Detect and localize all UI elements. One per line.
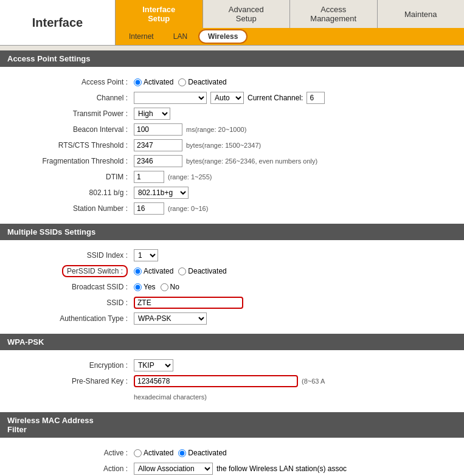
tab-access-management[interactable]: Access Management (290, 0, 378, 28)
row-perssid: PerSSID Switch : Activated Deactivated (0, 263, 464, 279)
broadcast-yes-label[interactable]: Yes (134, 283, 156, 291)
access-point-activated-label[interactable]: Activated (134, 78, 173, 86)
current-channel-input[interactable] (306, 92, 325, 104)
active-deactivated-radio[interactable] (178, 449, 186, 457)
perssid-deactivated-radio[interactable] (178, 267, 186, 275)
dot11-select[interactable]: 802.11b+g (134, 187, 189, 199)
encryption-label: Encryption : (6, 361, 134, 370)
frag-value: bytes(range: 256~2346, even numbers only… (134, 155, 458, 167)
perssid-activated-radio[interactable] (134, 267, 142, 275)
ssid-input[interactable] (134, 297, 243, 309)
station-label: Station Number : (6, 204, 134, 213)
logo: Interface (0, 0, 116, 45)
sub-tabs: Internet LAN Wireless (116, 28, 464, 45)
row-channel: Channel : Auto Current Channel: (0, 90, 464, 106)
row-encryption: Encryption : TKIP (0, 357, 464, 373)
rts-value: bytes(range: 1500~2347) (134, 139, 458, 151)
access-point-deactivated-label[interactable]: Deactivated (178, 78, 226, 86)
broadcast-no-label[interactable]: No (161, 283, 179, 291)
multiple-ssid-section: Multiple SSIDs Settings SSID Index : 1 P… (0, 224, 464, 334)
auth-type-select[interactable]: WPA-PSK (134, 312, 207, 325)
channel-label: Channel : (6, 94, 134, 102)
row-active: Active : Activated Deactivated (0, 445, 464, 461)
preshared-note-value: hexadecimal characters) (134, 393, 458, 401)
active-radio-group: Activated Deactivated (134, 449, 227, 457)
rts-label: RTS/CTS Threshold : (6, 141, 134, 150)
channel-select[interactable] (134, 92, 207, 104)
station-value: (range: 0~16) (134, 202, 458, 215)
frag-range: bytes(range: 256~2346, even numbers only… (186, 157, 317, 165)
ssid-label: SSID : (6, 298, 134, 307)
perssid-deactivated-label[interactable]: Deactivated (178, 267, 226, 275)
subtab-internet[interactable]: Internet (120, 30, 162, 43)
frag-input[interactable] (134, 155, 182, 167)
transmit-power-value: High (134, 108, 458, 120)
perssid-label-container: PerSSID Switch : (6, 265, 134, 277)
preshared-note: hexadecimal characters) (134, 393, 207, 401)
beacon-interval-range: ms(range: 20~1000) (186, 126, 246, 133)
mac-filter-section: Wireless MAC Address Filter Active : Act… (0, 412, 464, 476)
row-preshared: Pre-Shared Key : (8~63 A (0, 373, 464, 389)
transmit-power-label: Transmit Power : (6, 109, 134, 118)
row-broadcast-ssid: Broadcast SSID : Yes No (0, 279, 464, 295)
ssid-index-select[interactable]: 1 (134, 249, 158, 261)
transmit-power-select[interactable]: High (134, 108, 170, 120)
ssid-index-value: 1 (134, 249, 458, 261)
access-point-radio-group: Activated Deactivated (134, 78, 227, 86)
encryption-select[interactable]: TKIP (134, 359, 173, 371)
access-point-section: Access Point Settings Access Point : Act… (0, 50, 464, 224)
access-point-value: Activated Deactivated (134, 78, 458, 86)
tab-maintenance[interactable]: Maintena (378, 0, 465, 28)
access-point-deactivated-radio[interactable] (178, 78, 186, 86)
header: Interface Interface Setup Advanced Setup… (0, 0, 464, 46)
action-value: Allow Association the follow Wireless LA… (134, 463, 458, 475)
station-range: (range: 0~16) (168, 205, 208, 212)
wpa-psk-header: WPA-PSK (0, 334, 464, 350)
rts-input[interactable] (134, 139, 182, 151)
dtim-value: (range: 1~255) (134, 171, 458, 183)
auth-type-value: WPA-PSK (134, 312, 458, 325)
broadcast-yes-radio[interactable] (134, 283, 142, 291)
subtab-wireless[interactable]: Wireless (198, 29, 248, 44)
beacon-interval-label: Beacon Interval : (6, 125, 134, 134)
row-preshared-note: hexadecimal characters) (0, 389, 464, 405)
preshared-input[interactable] (134, 375, 298, 387)
perssid-activated-label[interactable]: Activated (134, 267, 173, 275)
active-activated-label[interactable]: Activated (134, 449, 173, 457)
row-transmit-power: Transmit Power : High (0, 106, 464, 122)
main-content: Access Point Settings Access Point : Act… (0, 46, 464, 476)
dtim-input[interactable] (134, 171, 164, 183)
station-input[interactable] (134, 202, 164, 215)
row-auth-type: Authentication Type : WPA-PSK (0, 311, 464, 326)
preshared-label: Pre-Shared Key : (6, 377, 134, 385)
header-nav: Interface Setup Advanced Setup Access Ma… (116, 0, 464, 45)
row-frag: Fragmentation Threshold : bytes(range: 2… (0, 153, 464, 169)
beacon-interval-value: ms(range: 20~1000) (134, 123, 458, 136)
broadcast-no-radio[interactable] (161, 283, 168, 291)
broadcast-ssid-radio-group: Yes No (134, 283, 179, 291)
active-deactivated-label[interactable]: Deactivated (178, 449, 226, 457)
active-activated-radio[interactable] (134, 449, 142, 457)
row-dot11: 802.11 b/g : 802.11b+g (0, 185, 464, 201)
current-channel-label: Current Channel: (248, 94, 303, 102)
row-dtim: DTIM : (range: 1~255) (0, 169, 464, 185)
row-ssid: SSID : (0, 295, 464, 311)
row-beacon-interval: Beacon Interval : ms(range: 20~1000) (0, 122, 464, 137)
subtab-lan[interactable]: LAN (165, 30, 196, 43)
row-station: Station Number : (range: 0~16) (0, 201, 464, 216)
beacon-interval-input[interactable] (134, 123, 182, 136)
access-point-activated-radio[interactable] (134, 78, 142, 86)
frag-label: Fragmentation Threshold : (6, 157, 134, 165)
mac-filter-header: Wireless MAC Address Filter (0, 412, 464, 438)
access-point-label: Access Point : (6, 78, 134, 86)
wpa-psk-settings: Encryption : TKIP Pre-Shared Key : (8~63… (0, 350, 464, 412)
active-label: Active : (6, 449, 134, 457)
tab-advanced-setup[interactable]: Advanced Setup (203, 0, 291, 28)
tab-interface-setup[interactable]: Interface Setup (116, 0, 203, 28)
action-select[interactable]: Allow Association (134, 463, 213, 475)
channel-auto-select[interactable]: Auto (210, 92, 244, 104)
action-label: Action : (6, 464, 134, 473)
auth-type-label: Authentication Type : (6, 314, 134, 323)
mac-filter-settings: Active : Activated Deactivated Action : … (0, 438, 464, 476)
perssid-label: PerSSID Switch : (62, 265, 128, 277)
